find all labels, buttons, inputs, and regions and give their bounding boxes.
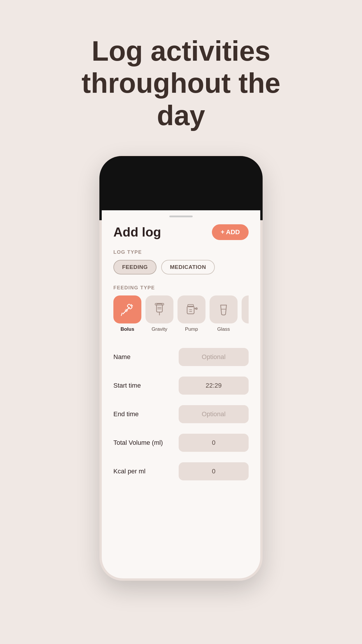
name-input[interactable]: Optional <box>179 348 249 366</box>
log-type-feeding[interactable]: FEEDING <box>113 260 157 274</box>
feed-type-bolus[interactable]: Bolus <box>113 295 141 332</box>
phone-shell: Add log + ADD LOG TYPE FEEDING MEDICATIO… <box>99 155 263 581</box>
start-time-row: Start time 22:29 <box>113 371 249 400</box>
end-time-label: End time <box>113 410 179 418</box>
kcal-row: Kcal per ml 0 <box>113 457 249 486</box>
total-volume-input[interactable]: 0 <box>179 434 249 452</box>
start-time-label: Start time <box>113 382 179 389</box>
bottle-icon-bg <box>242 295 249 323</box>
header-row: Add log + ADD <box>113 224 249 240</box>
bolus-label: Bolus <box>120 326 134 332</box>
gravity-label: Gravity <box>152 326 167 332</box>
pump-label: Pump <box>185 326 198 332</box>
start-time-input[interactable]: 22:29 <box>179 377 249 395</box>
end-time-input[interactable]: Optional <box>179 405 249 423</box>
bolus-icon-bg <box>113 295 141 323</box>
pump-icon <box>184 302 199 317</box>
log-type-medication[interactable]: MEDICATION <box>161 260 215 274</box>
bottle-icon <box>248 302 249 317</box>
phone-mockup: Add log + ADD LOG TYPE FEEDING MEDICATIO… <box>99 155 263 592</box>
svg-line-0 <box>123 307 129 314</box>
gravity-tube-icon <box>152 302 167 317</box>
total-volume-label: Total Volume (ml) <box>113 439 179 447</box>
glass-icon-bg <box>210 295 238 323</box>
name-row: Name Optional <box>113 343 249 371</box>
add-button[interactable]: + ADD <box>212 224 249 240</box>
log-type-label: LOG TYPE <box>113 249 249 255</box>
form-section: Name Optional Start time 22:29 End time … <box>113 343 249 486</box>
syringe-icon <box>120 302 135 317</box>
page-title: Add log <box>113 225 161 239</box>
kcal-label: Kcal per ml <box>113 468 179 475</box>
feeding-type-row: Bolus <box>113 295 249 332</box>
feed-type-gravity[interactable]: Gravity <box>145 295 173 332</box>
glass-label: Glass <box>217 326 230 332</box>
pump-icon-bg <box>178 295 205 323</box>
hero-heading: Log activities throughout the day <box>56 35 306 132</box>
kcal-input[interactable]: 0 <box>179 462 249 480</box>
name-label: Name <box>113 353 179 361</box>
log-type-row: FEEDING MEDICATION <box>113 260 249 274</box>
phone-screen: Add log + ADD LOG TYPE FEEDING MEDICATIO… <box>102 210 260 578</box>
feed-type-pump[interactable]: Pump <box>178 295 205 332</box>
feed-type-glass[interactable]: Glass <box>210 295 238 332</box>
feeding-type-label: FEEDING TYPE <box>113 285 249 291</box>
svg-line-3 <box>121 313 122 316</box>
end-time-row: End time Optional <box>113 400 249 428</box>
total-volume-row: Total Volume (ml) 0 <box>113 428 249 457</box>
glass-icon <box>216 302 231 317</box>
feed-type-bottle[interactable]: Bott… <box>242 295 249 332</box>
gravity-icon-bg <box>145 295 173 323</box>
feeding-type-section: FEEDING TYPE <box>113 285 249 332</box>
